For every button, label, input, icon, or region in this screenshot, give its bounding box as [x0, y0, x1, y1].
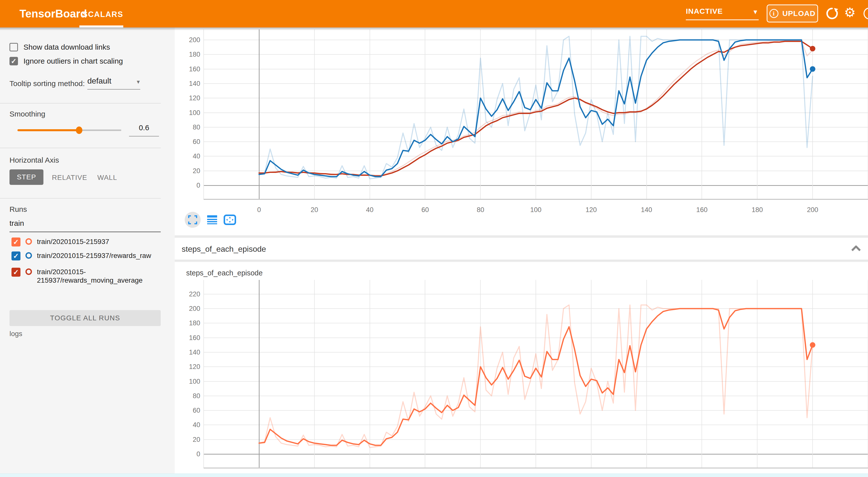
tab-active-underline: [80, 26, 123, 27]
run-checkbox[interactable]: ✓: [11, 252, 21, 260]
upload-button-label: UPLOAD: [782, 9, 815, 18]
steps-chart-plot[interactable]: 020406080100120140160180200220: [175, 262, 868, 477]
run-label: train/20201015-215937/rewards_moving_ave…: [37, 268, 163, 285]
svg-text:0: 0: [196, 182, 200, 189]
tooltip-sorting-value: default: [87, 76, 111, 85]
svg-text:160: 160: [189, 65, 200, 73]
svg-text:140: 140: [641, 206, 652, 214]
svg-text:120: 120: [586, 206, 597, 214]
fit-domain-to-data-icon[interactable]: [224, 215, 236, 225]
logs-label: logs: [9, 330, 22, 338]
header-shadow: [0, 27, 868, 30]
upload-button[interactable]: i UPLOAD: [767, 4, 818, 23]
next-card-edge: [0, 474, 868, 477]
settings-sidebar: Show data download links ✓ Ignore outlie…: [0, 27, 175, 477]
toggle-all-runs-button[interactable]: TOGGLE ALL RUNS: [9, 310, 161, 326]
svg-text:40: 40: [193, 421, 200, 428]
ignore-outliers-row[interactable]: ✓ Ignore outliers in chart scaling: [9, 57, 123, 65]
svg-text:40: 40: [366, 206, 374, 214]
svg-text:100: 100: [189, 378, 200, 385]
tooltip-sorting-select[interactable]: default ▾: [87, 76, 140, 90]
svg-text:200: 200: [189, 36, 200, 44]
section-title: steps_of_each_episode: [182, 245, 266, 254]
run-color-ring[interactable]: [26, 252, 32, 259]
app-title: TensorBoard: [20, 7, 87, 20]
collapse-section-icon[interactable]: [851, 246, 861, 252]
svg-text:160: 160: [189, 334, 200, 342]
runs-filter-input[interactable]: train: [9, 219, 161, 232]
run-label: train/20201015-215937/rewards_raw: [37, 252, 163, 260]
divider: [0, 198, 161, 199]
status-dropdown[interactable]: INACTIVE ▾: [686, 7, 759, 20]
svg-text:180: 180: [189, 51, 200, 58]
svg-text:200: 200: [807, 206, 818, 214]
help-icon[interactable]: [864, 7, 868, 20]
axis-step-button[interactable]: STEP: [9, 169, 43, 185]
svg-text:220: 220: [189, 290, 200, 298]
steps-chart-card: steps_of_each_episode 020406080100120140…: [175, 262, 868, 477]
smoothing-value: 0.6: [139, 124, 149, 132]
smoothing-label: Smoothing: [9, 110, 45, 118]
show-download-links-checkbox[interactable]: [9, 43, 18, 52]
divider: [0, 103, 161, 103]
show-download-links-label: Show data download links: [24, 43, 110, 52]
ignore-outliers-label: Ignore outliers in chart scaling: [24, 57, 123, 65]
smoothing-value-input[interactable]: 0.6: [129, 124, 159, 136]
run-checkbox[interactable]: ✓: [11, 268, 21, 277]
settings-gear-icon[interactable]: ⚙: [844, 5, 856, 20]
svg-text:60: 60: [421, 206, 429, 214]
svg-text:140: 140: [189, 349, 200, 356]
tooltip-sorting-label: Tooltip sorting method:: [9, 80, 85, 88]
rewards-chart-plot[interactable]: 0204060801001201401601802000204060801001…: [175, 27, 868, 235]
axis-wall-button[interactable]: WALL: [97, 173, 117, 182]
section-header[interactable]: steps_of_each_episode: [175, 237, 868, 260]
run-checkbox[interactable]: ✓: [11, 237, 21, 247]
svg-text:80: 80: [193, 124, 200, 131]
chevron-down-icon: ▾: [754, 8, 757, 16]
svg-text:60: 60: [193, 407, 200, 414]
run-color-ring[interactable]: [26, 268, 32, 275]
svg-text:140: 140: [189, 80, 200, 87]
svg-text:0: 0: [196, 450, 200, 458]
chart-title: steps_of_each_episode: [186, 269, 262, 277]
ignore-outliers-checkbox[interactable]: ✓: [9, 57, 18, 65]
smoothing-slider-fill: [18, 129, 80, 131]
svg-text:100: 100: [530, 206, 541, 214]
svg-text:80: 80: [477, 206, 484, 214]
svg-text:60: 60: [193, 138, 200, 146]
tab-scalars[interactable]: SCALARS: [82, 10, 123, 19]
chevron-down-icon: ▾: [137, 78, 140, 85]
run-color-ring[interactable]: [26, 238, 32, 245]
svg-text:180: 180: [189, 319, 200, 327]
svg-text:20: 20: [193, 167, 200, 174]
svg-text:20: 20: [193, 436, 200, 443]
svg-text:120: 120: [189, 94, 200, 102]
svg-text:0: 0: [257, 206, 261, 214]
run-label: train/20201015-215937: [37, 237, 163, 247]
expand-chart-icon[interactable]: [185, 212, 200, 228]
view-data-table-icon[interactable]: [207, 215, 217, 224]
info-icon: i: [769, 9, 778, 18]
app-header: TensorBoard SCALARS INACTIVE ▾ i UPLOAD …: [0, 0, 868, 27]
rewards-chart-card: 0204060801001201401601802000204060801001…: [175, 27, 868, 235]
run-row[interactable]: ✓ train/20201015-215937/rewards_raw: [11, 252, 163, 260]
svg-text:160: 160: [696, 206, 708, 214]
show-download-links-row[interactable]: Show data download links: [9, 43, 110, 52]
run-row[interactable]: ✓ train/20201015-215937/rewards_moving_a…: [11, 268, 163, 285]
refresh-icon[interactable]: [826, 7, 839, 20]
svg-text:100: 100: [189, 109, 200, 117]
horizontal-axis-label: Horizontal Axis: [9, 156, 59, 164]
svg-text:40: 40: [193, 152, 200, 160]
svg-text:180: 180: [752, 206, 763, 214]
chart-toolbar: [185, 211, 236, 229]
axis-relative-button[interactable]: RELATIVE: [52, 173, 87, 182]
status-dropdown-value: INACTIVE: [686, 7, 723, 15]
run-row[interactable]: ✓ train/20201015-215937: [11, 237, 163, 247]
svg-text:20: 20: [311, 206, 318, 214]
divider: [0, 148, 161, 148]
runs-label: Runs: [9, 205, 27, 214]
svg-text:120: 120: [189, 363, 200, 371]
runs-filter-value: train: [9, 219, 24, 227]
svg-text:200: 200: [189, 305, 200, 312]
smoothing-slider-handle[interactable]: [76, 126, 82, 134]
